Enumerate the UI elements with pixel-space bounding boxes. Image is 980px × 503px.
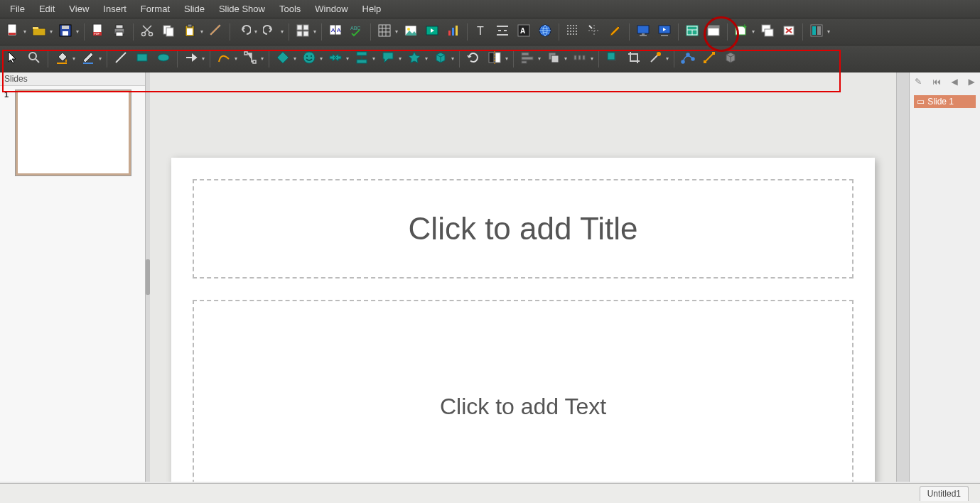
print-button[interactable] [109, 22, 129, 42]
insert-image-button[interactable] [401, 22, 421, 42]
spelling-button[interactable]: ABC [347, 22, 367, 42]
menu-file[interactable]: File [3, 1, 32, 17]
display-views-dropdown[interactable]: ▾ [312, 28, 318, 35]
line-button[interactable] [111, 49, 131, 69]
next-icon[interactable]: ▶ [968, 77, 974, 87]
menu-format[interactable]: Format [134, 1, 177, 17]
points-button[interactable] [678, 49, 698, 69]
redo-dropdown[interactable]: ▾ [279, 28, 285, 35]
save-dropdown[interactable]: ▾ [75, 28, 80, 35]
undo-button[interactable] [234, 22, 254, 42]
paste-dropdown[interactable]: ▾ [199, 28, 205, 35]
connectors-dropdown[interactable]: ▾ [259, 55, 265, 62]
insert-header-footer-button[interactable] [492, 22, 512, 42]
symbol-shapes-dropdown[interactable]: ▾ [318, 55, 324, 62]
new-slide-dropdown[interactable]: ▾ [750, 28, 756, 35]
fill-color-dropdown[interactable]: ▾ [71, 55, 77, 62]
align-dropdown[interactable]: ▾ [537, 55, 542, 62]
menu-window[interactable]: Window [308, 1, 355, 17]
redo-button[interactable] [260, 22, 280, 42]
fill-color-button[interactable] [52, 49, 72, 69]
open-button[interactable] [29, 22, 49, 42]
delete-slide-button[interactable] [779, 22, 799, 42]
gluepoints-button[interactable] [699, 49, 719, 69]
copy-button[interactable] [158, 22, 178, 42]
stars-dropdown[interactable]: ▾ [424, 55, 429, 62]
title-placeholder[interactable]: Click to add Title [193, 179, 854, 278]
filter-dropdown[interactable]: ▾ [664, 55, 670, 62]
panel-splitter-left[interactable] [146, 72, 150, 482]
callouts-button[interactable] [378, 49, 398, 69]
block-arrows-dropdown[interactable]: ▾ [345, 55, 350, 62]
flowchart-button[interactable] [352, 49, 372, 69]
prev-icon[interactable]: ◀ [952, 77, 958, 87]
crop-button[interactable] [624, 49, 644, 69]
start-from-first-button[interactable] [633, 22, 653, 42]
menu-help[interactable]: Help [355, 1, 389, 17]
zoom-button[interactable] [24, 49, 44, 69]
basic-shapes-button[interactable] [273, 49, 293, 69]
ellipse-button[interactable] [154, 49, 173, 69]
find-replace-button[interactable]: AA [325, 22, 345, 42]
start-from-current-button[interactable] [655, 22, 674, 42]
line-color-dropdown[interactable]: ▾ [97, 55, 103, 62]
arrange-button[interactable] [544, 49, 564, 69]
views-menu-button[interactable] [807, 22, 826, 42]
content-placeholder[interactable]: Click to add Text [193, 300, 854, 482]
insert-media-button[interactable] [422, 22, 442, 42]
shadow-button[interactable] [603, 49, 623, 69]
3d-objects-dropdown[interactable]: ▾ [450, 55, 456, 62]
slide-thumb-1[interactable] [16, 90, 131, 175]
rotate-button[interactable] [463, 49, 483, 69]
basic-shapes-dropdown[interactable]: ▾ [292, 55, 298, 62]
show-draw-functions-button[interactable] [605, 22, 625, 42]
line-color-button[interactable] [78, 49, 98, 69]
lines-arrows-dropdown[interactable]: ▾ [200, 55, 206, 62]
select-button[interactable] [3, 49, 23, 69]
new-doc-button[interactable] [3, 22, 23, 42]
insert-fontwork-button[interactable]: A [514, 22, 534, 42]
slide-layout-button[interactable] [682, 22, 702, 42]
table-button[interactable] [375, 22, 394, 42]
flip-button[interactable] [485, 49, 505, 69]
slide-master-button[interactable] [704, 22, 723, 42]
block-arrows-button[interactable] [325, 49, 345, 69]
distribute-button[interactable] [570, 49, 590, 69]
3d-objects-button[interactable] [431, 49, 451, 69]
symbol-shapes-button[interactable] [299, 49, 319, 69]
table-dropdown[interactable]: ▾ [394, 28, 399, 35]
slide-editor[interactable]: Click to add Title Click to add Text [150, 72, 896, 482]
export-pdf-button[interactable]: PDF [88, 22, 108, 42]
new-doc-dropdown[interactable]: ▾ [22, 28, 28, 35]
extrusion-button[interactable] [721, 49, 741, 69]
align-button[interactable] [517, 49, 537, 69]
paste-button[interactable] [180, 22, 200, 42]
flowchart-dropdown[interactable]: ▾ [371, 55, 377, 62]
duplicate-slide-button[interactable] [758, 22, 777, 42]
helplines-button[interactable] [584, 22, 604, 42]
menu-tools[interactable]: Tools [272, 1, 308, 17]
navigator-slide-1[interactable]: ▭ Slide 1 [914, 95, 976, 108]
new-slide-button[interactable]: + [731, 22, 751, 42]
curves-dropdown[interactable]: ▾ [233, 55, 239, 62]
open-dropdown[interactable]: ▾ [48, 28, 54, 35]
flip-dropdown[interactable]: ▾ [504, 55, 510, 62]
display-views-button[interactable] [293, 22, 313, 42]
arrange-dropdown[interactable]: ▾ [563, 55, 569, 62]
slide-canvas[interactable]: Click to add Title Click to add Text [171, 158, 875, 482]
filter-button[interactable] [645, 49, 665, 69]
cut-button[interactable] [137, 22, 157, 42]
clone-format-button[interactable] [206, 22, 226, 42]
distribute-dropdown[interactable]: ▾ [589, 55, 595, 62]
display-grid-button[interactable] [563, 22, 583, 42]
menu-slide-show[interactable]: Slide Show [212, 1, 272, 17]
rectangle-button[interactable] [132, 49, 152, 69]
vertical-scrollbar[interactable] [896, 72, 909, 482]
views-menu-dropdown[interactable]: ▾ [826, 28, 831, 35]
stars-button[interactable] [404, 49, 424, 69]
document-tab[interactable]: Untitled1 [920, 486, 969, 501]
first-icon[interactable]: ⏮ [932, 77, 941, 87]
insert-chart-button[interactable] [443, 22, 463, 42]
menu-edit[interactable]: Edit [32, 1, 62, 17]
insert-hyperlink-button[interactable] [535, 22, 555, 42]
